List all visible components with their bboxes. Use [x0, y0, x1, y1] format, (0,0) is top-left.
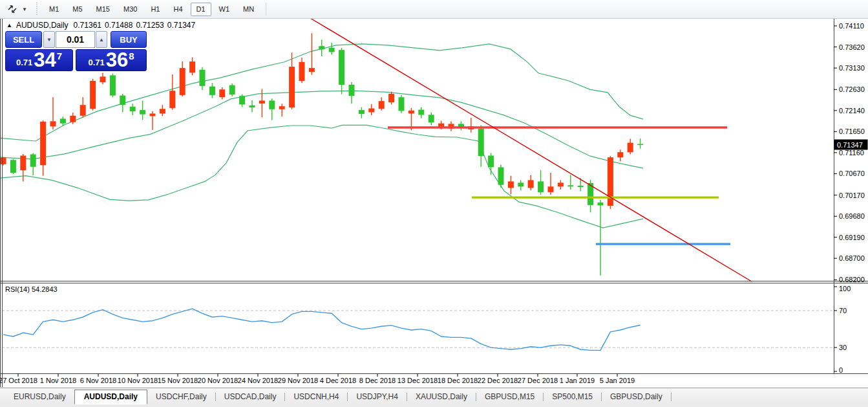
chart-tab-USDJPY-H4[interactable]: USDJPY,H4 — [348, 390, 406, 404]
svg-text:0.73620: 0.73620 — [839, 43, 865, 51]
chart-objects[interactable] — [310, 18, 752, 281]
svg-text:0.71650: 0.71650 — [839, 127, 865, 135]
chart-tab-USDCHF-Daily[interactable]: USDCHF,Daily — [147, 390, 215, 404]
ohlc-close: 0.71347 — [167, 21, 195, 30]
current-price-marker: 0.71347 — [834, 140, 868, 150]
volume-increase-button[interactable]: ▲ — [96, 31, 107, 48]
svg-text:0.72140: 0.72140 — [839, 107, 865, 115]
tab-divider — [671, 393, 672, 401]
timeframe-button-H4[interactable]: H4 — [167, 3, 188, 16]
svg-text:24 Nov 2018: 24 Nov 2018 — [238, 377, 278, 384]
time-axis[interactable]: 27 Oct 20181 Nov 20186 Nov 201810 Nov 20… — [0, 374, 635, 385]
timeframe-button-M1[interactable]: M1 — [43, 3, 65, 16]
toolbar: ▾ M1M5M15M30H1H4D1W1MN — [0, 0, 868, 19]
svg-text:27 Dec 2018: 27 Dec 2018 — [518, 377, 558, 384]
svg-text:1 Jan 2019: 1 Jan 2019 — [560, 377, 595, 384]
svg-text:15 Nov 2018: 15 Nov 2018 — [158, 377, 198, 384]
buy-price-big-digits: 36 — [106, 51, 128, 69]
rsi-indicator — [2, 309, 834, 350]
svg-text:0.70170: 0.70170 — [839, 192, 865, 199]
symbol-period-label: AUDUSD,Daily — [16, 21, 69, 30]
timeframe-group: M1M5M15M30H1H4D1W1MN — [43, 3, 262, 16]
svg-text:29 Nov 2018: 29 Nov 2018 — [278, 377, 318, 384]
svg-text:0.70670: 0.70670 — [839, 170, 865, 177]
sell-price-pip-digit: 7 — [57, 50, 62, 61]
svg-text:0.71347: 0.71347 — [837, 141, 863, 149]
svg-text:13 Dec 2018: 13 Dec 2018 — [397, 377, 438, 384]
timeframe-button-M5[interactable]: M5 — [67, 3, 88, 16]
chart-tab-EURUSD-Daily[interactable]: EURUSD,Daily — [5, 390, 74, 404]
svg-text:27 Oct 2018: 27 Oct 2018 — [0, 377, 37, 384]
chart-tab-SP500-M15[interactable]: SP500,M15 — [544, 390, 601, 404]
svg-text:30: 30 — [839, 344, 847, 351]
svg-text:100: 100 — [839, 285, 851, 292]
sell-price-big-digits: 34 — [34, 51, 56, 69]
toolbar-drag-handle[interactable] — [35, 3, 38, 16]
bollinger-bands — [0, 44, 643, 228]
timeframe-button-H1[interactable]: H1 — [145, 3, 165, 16]
chevron-down-icon[interactable]: ▾ — [21, 2, 28, 16]
double-arrow-icon — [7, 5, 17, 14]
volume-input[interactable] — [56, 31, 95, 48]
svg-text:0.71160: 0.71160 — [839, 149, 864, 157]
svg-text:0.68700: 0.68700 — [839, 254, 865, 262]
indicator-label: RSI(14) 54.2843 — [5, 285, 58, 293]
timeframe-button-M30[interactable]: M30 — [118, 3, 143, 16]
svg-text:0.69680: 0.69680 — [839, 212, 865, 220]
chart-tab-GBPUSD-Daily[interactable]: GBPUSD,Daily — [602, 390, 671, 404]
buy-button[interactable]: BUY — [111, 31, 147, 48]
chart-tab-AUDUSD-Daily[interactable]: AUDUSD,Daily — [74, 390, 147, 404]
toolbar-separator — [266, 3, 266, 16]
chart-title: ▲AUDUSD,Daily0.713610.714880.712530.7134… — [6, 21, 198, 30]
svg-text:18 Dec 2018: 18 Dec 2018 — [438, 377, 478, 384]
chart-tab-XAUUSD-Daily[interactable]: XAUUSD,Daily — [407, 390, 476, 404]
ohlc-low: 0.71253 — [136, 21, 164, 30]
chart-tab-USDCAD-Daily[interactable]: USDCAD,Daily — [216, 390, 285, 404]
svg-text:0.68200: 0.68200 — [839, 276, 865, 283]
one-click-trading-panel: SELL ▼ ▲ BUY 0.71347 0.71368 — [5, 31, 147, 71]
svg-text:0: 0 — [839, 366, 843, 374]
chart-tab-GBPUSD-M15[interactable]: GBPUSD,M15 — [476, 390, 543, 404]
svg-text:10 Nov 2018: 10 Nov 2018 — [118, 377, 158, 384]
timeframe-button-D1[interactable]: D1 — [191, 3, 211, 16]
buy-price-pip-digit: 8 — [129, 50, 134, 61]
svg-text:6 Nov 2018: 6 Nov 2018 — [80, 377, 116, 384]
timeframe-button-M15[interactable]: M15 — [90, 3, 116, 16]
sell-button[interactable]: SELL — [5, 31, 42, 48]
chart-shift-icon[interactable] — [4, 2, 21, 16]
svg-text:0.74110: 0.74110 — [839, 22, 864, 30]
timeframe-button-MN[interactable]: MN — [237, 3, 260, 16]
svg-text:8 Dec 2018: 8 Dec 2018 — [359, 377, 396, 384]
svg-text:0.69190: 0.69190 — [839, 234, 865, 241]
svg-text:22 Dec 2018: 22 Dec 2018 — [478, 377, 518, 384]
collapse-icon[interactable]: ▲ — [6, 22, 12, 28]
svg-text:1 Nov 2018: 1 Nov 2018 — [40, 377, 76, 384]
chart-tab-USDCNH-H4[interactable]: USDCNH,H4 — [285, 390, 347, 404]
svg-text:4 Dec 2018: 4 Dec 2018 — [320, 377, 356, 384]
chart-frame — [0, 18, 868, 387]
trendline-descending[interactable] — [310, 18, 752, 281]
sell-price-box[interactable]: 0.71347 — [5, 49, 73, 71]
chart-tab-bar: EURUSD,DailyAUDUSD,DailyUSDCHF,DailyUSDC… — [0, 388, 868, 407]
svg-text:0.72630: 0.72630 — [839, 85, 865, 93]
svg-text:5 Jan 2019: 5 Jan 2019 — [600, 377, 635, 384]
svg-text:20 Nov 2018: 20 Nov 2018 — [198, 377, 238, 384]
ohlc-open: 0.71361 — [74, 21, 101, 30]
svg-text:70: 70 — [839, 307, 847, 314]
timeframe-button-W1[interactable]: W1 — [213, 3, 236, 16]
buy-price-box[interactable]: 0.71368 — [76, 49, 147, 71]
svg-text:0.73130: 0.73130 — [839, 64, 865, 72]
price-axis[interactable]: 0.741100.736200.731300.726300.721400.716… — [834, 22, 865, 374]
sell-price-prefix: 0.71 — [16, 58, 32, 67]
ohlc-high: 0.71488 — [105, 21, 132, 30]
volume-decrease-button[interactable]: ▼ — [43, 31, 55, 48]
buy-price-prefix: 0.71 — [88, 58, 104, 67]
